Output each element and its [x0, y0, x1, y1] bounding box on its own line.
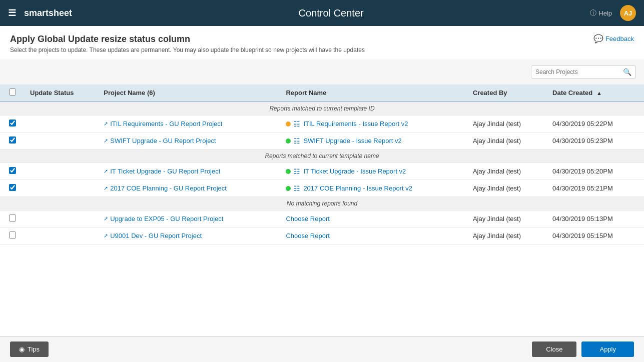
created-by-cell: Ajay Jindal (test)	[468, 180, 547, 197]
table-row: ➚ Upgrade to EXP05 - GU Report ProjectCh…	[0, 210, 644, 228]
report-name-link[interactable]: IT Ticket Upgrade - Issue Report v2	[303, 168, 406, 175]
col-project-name: Project Name (6)	[99, 84, 281, 102]
green-dot-icon	[286, 169, 291, 174]
project-name-link[interactable]: ➚ IT Ticket Upgrade - GU Report Project	[104, 168, 276, 175]
table-row: ➚ 2017 COE Planning - GU Report Project …	[0, 180, 644, 197]
footer: ◉ Tips Close Apply	[0, 336, 644, 362]
yellow-dot-icon	[286, 122, 291, 126]
row-checkbox-cell	[0, 132, 25, 150]
row-checkbox[interactable]	[9, 184, 16, 191]
choose-report-link[interactable]: Choose Report	[286, 215, 329, 222]
report-name-link[interactable]: 2017 COE Planning - Issue Report v2	[303, 184, 412, 192]
project-name-cell: ➚ Upgrade to EXP05 - GU Report Project	[99, 210, 281, 228]
report-sheet-icon: ☷	[294, 184, 300, 192]
page-title: Apply Global Update resize status column	[10, 34, 365, 44]
update-status-cell	[25, 228, 99, 244]
created-by-cell: Ajay Jindal (test)	[468, 116, 547, 132]
row-checkbox-cell	[0, 163, 25, 180]
row-checkbox[interactable]	[9, 167, 16, 174]
section-row: Reports matched to current template name	[0, 150, 644, 163]
col-checkbox	[0, 84, 25, 102]
logo-area: ☰ smartsheet	[8, 8, 72, 18]
app-logo-text: smartsheet	[24, 8, 72, 18]
close-button[interactable]: Close	[532, 342, 576, 357]
project-name-cell: ➚ SWIFT Upgrade - GU Report Project	[99, 132, 281, 150]
main-content: Apply Global Update resize status column…	[0, 26, 644, 336]
table-row: ➚ U9001 Dev - GU Report ProjectChoose Re…	[0, 228, 644, 244]
col-update-status: Update Status	[25, 84, 99, 102]
top-navigation: ☰ smartsheet Control Center ⓘ Help AJ	[0, 0, 644, 26]
project-name-link[interactable]: ➚ Upgrade to EXP05 - GU Report Project	[104, 215, 276, 222]
update-status-cell	[25, 116, 99, 132]
tips-label: Tips	[28, 346, 40, 353]
feedback-button[interactable]: 💬 Feedback	[593, 34, 634, 44]
external-link-icon: ➚	[104, 168, 108, 174]
date-created-cell: 04/30/2019 05:23PM	[547, 132, 644, 150]
row-checkbox[interactable]	[9, 214, 16, 222]
project-name-link[interactable]: ➚ 2017 COE Planning - GU Report Project	[104, 184, 276, 192]
search-input[interactable]	[535, 68, 623, 76]
update-status-cell	[25, 132, 99, 150]
page-subtitle: Select the projects to update. These upd…	[10, 46, 365, 54]
table-row: ➚ SWIFT Upgrade - GU Report Project ☷ SW…	[0, 132, 644, 150]
created-by-cell: Ajay Jindal (test)	[468, 163, 547, 180]
external-link-icon: ➚	[104, 185, 108, 192]
table-body: Reports matched to current template ID➚ …	[0, 102, 644, 244]
report-name-link[interactable]: SWIFT Upgrade - Issue Report v2	[303, 137, 401, 144]
external-link-icon: ➚	[104, 232, 108, 239]
help-circle-icon: ⓘ	[590, 8, 596, 18]
row-checkbox[interactable]	[9, 232, 16, 238]
project-name-cell: ➚ U9001 Dev - GU Report Project	[99, 228, 281, 244]
report-name-cell: ☷ 2017 COE Planning - Issue Report v2	[281, 180, 468, 197]
section-row: Reports matched to current template ID	[0, 102, 644, 116]
projects-table-container: Update Status Project Name (6) Report Na…	[0, 84, 644, 336]
report-sheet-icon: ☷	[294, 168, 300, 176]
apply-button[interactable]: Apply	[581, 342, 634, 357]
date-created-cell: 04/30/2019 05:20PM	[547, 163, 644, 180]
user-avatar[interactable]: AJ	[620, 5, 636, 21]
report-cell: ☷ 2017 COE Planning - Issue Report v2	[286, 184, 463, 192]
date-created-cell: 04/30/2019 05:15PM	[547, 228, 644, 244]
green-dot-icon	[286, 186, 291, 191]
external-link-icon: ➚	[104, 120, 108, 127]
feedback-label: Feedback	[605, 35, 634, 42]
page-header-left: Apply Global Update resize status column…	[10, 34, 365, 54]
sort-arrow-icon: ▲	[596, 90, 602, 96]
report-sheet-icon: ☷	[294, 137, 300, 145]
project-name-link[interactable]: ➚ SWIFT Upgrade - GU Report Project	[104, 137, 276, 144]
project-name-link[interactable]: ➚ ITIL Requirements - GU Report Project	[104, 120, 276, 128]
update-status-cell	[25, 180, 99, 197]
report-name-cell: ☷ ITIL Requirements - Issue Report v2	[281, 116, 468, 132]
created-by-cell: Ajay Jindal (test)	[468, 132, 547, 150]
page-header: Apply Global Update resize status column…	[10, 34, 634, 54]
row-checkbox[interactable]	[9, 136, 16, 144]
page-title-nav: Control Center	[72, 8, 590, 19]
choose-report-link[interactable]: Choose Report	[286, 232, 329, 240]
row-checkbox-cell	[0, 180, 25, 197]
table-header-row: Update Status Project Name (6) Report Na…	[0, 84, 644, 102]
row-checkbox[interactable]	[9, 120, 16, 126]
date-created-cell: 04/30/2019 05:13PM	[547, 210, 644, 228]
section-row: No matching reports found	[0, 197, 644, 210]
date-created-cell: 04/30/2019 05:22PM	[547, 116, 644, 132]
external-link-icon: ➚	[104, 138, 108, 144]
tips-button[interactable]: ◉ Tips	[10, 342, 49, 357]
col-report-name: Report Name	[281, 84, 468, 102]
report-name-link[interactable]: ITIL Requirements - Issue Report v2	[303, 120, 408, 128]
footer-right: Close Apply	[532, 342, 634, 357]
report-cell: ☷ ITIL Requirements - Issue Report v2	[286, 120, 463, 128]
hamburger-menu-icon[interactable]: ☰	[8, 8, 16, 18]
report-cell: ☷ IT Ticket Upgrade - Issue Report v2	[286, 168, 463, 176]
select-all-checkbox[interactable]	[9, 88, 16, 96]
help-label: Help	[598, 10, 612, 17]
date-created-cell: 04/30/2019 05:21PM	[547, 180, 644, 197]
table-row: ➚ ITIL Requirements - GU Report Project …	[0, 116, 644, 132]
report-cell: ☷ SWIFT Upgrade - Issue Report v2	[286, 137, 463, 145]
search-box-container: 🔍	[531, 66, 636, 78]
help-button[interactable]: ⓘ Help	[590, 8, 612, 18]
search-icon: 🔍	[623, 68, 631, 76]
created-by-cell: Ajay Jindal (test)	[468, 228, 547, 244]
project-name-link[interactable]: ➚ U9001 Dev - GU Report Project	[104, 232, 276, 240]
report-name-cell: Choose Report	[281, 210, 468, 228]
external-link-icon: ➚	[104, 216, 108, 222]
